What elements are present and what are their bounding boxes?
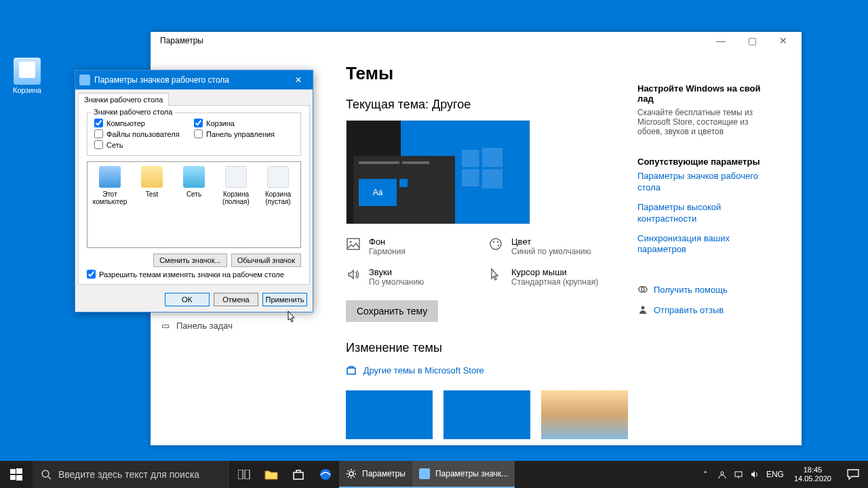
svg-point-7 <box>493 241 494 243</box>
cancel-button[interactable]: Отмена <box>214 293 258 306</box>
svg-rect-20 <box>245 470 250 479</box>
recycle-bin-empty-icon <box>267 166 289 188</box>
icon-user-folder[interactable]: Test <box>132 166 172 198</box>
fieldset-legend: Значки рабочего стола <box>92 108 174 116</box>
icon-bin-empty[interactable]: Корзина (пустая) <box>258 166 298 205</box>
dialog-icon <box>79 75 90 85</box>
checkbox-user-files[interactable]: Файлы пользователя <box>94 129 194 138</box>
sidebar-item-taskbar[interactable]: ▭ Панель задач <box>151 321 342 331</box>
store-icon <box>292 468 304 481</box>
theme-prop-cursor[interactable]: Курсор мышиСтандартная (крупная) <box>488 267 631 287</box>
store-icon <box>346 365 357 375</box>
dialog-titlebar[interactable]: Параметры значков рабочего стола ✕ <box>75 70 313 89</box>
svg-rect-4 <box>347 239 359 249</box>
theme-thumb-1[interactable] <box>346 390 433 439</box>
theme-prop-background[interactable]: ФонГармония <box>346 237 488 256</box>
page-title: Темы <box>346 63 637 84</box>
theme-prop-sounds[interactable]: ЗвукиПо умолчанию <box>346 267 488 287</box>
get-help-link[interactable]: Получить помощь <box>637 284 770 295</box>
send-feedback-link[interactable]: Отправить отзыв <box>637 304 770 315</box>
theme-thumbnails <box>346 390 637 439</box>
icon-preview-list[interactable]: Этот компьютер Test Сеть Корзина (полная… <box>87 161 301 248</box>
taskbar-store[interactable] <box>285 461 312 488</box>
taskbar-explorer[interactable] <box>258 461 285 488</box>
maximize-button[interactable]: ▢ <box>736 32 768 49</box>
taskbar-app-icon-settings[interactable]: Параметры значк... <box>412 461 515 488</box>
dialog-tabs: Значки рабочего стола <box>75 89 313 105</box>
theme-preview[interactable]: Aa <box>346 120 530 224</box>
dialog-title: Параметры значков рабочего стола <box>94 75 229 85</box>
tray-language[interactable]: ENG <box>763 461 787 488</box>
link-high-contrast[interactable]: Параметры высокой контрастности <box>637 202 770 225</box>
customize-text: Скачайте бесплатные темы из Microsoft St… <box>637 108 770 136</box>
tray-people-icon[interactable] <box>714 461 730 488</box>
svg-point-8 <box>497 241 498 243</box>
checkbox-recycle-bin[interactable]: Корзина <box>194 119 294 127</box>
start-button[interactable] <box>0 461 33 488</box>
cursor-icon <box>488 267 503 282</box>
svg-rect-24 <box>735 472 742 476</box>
tray-chevron-up-icon[interactable]: ˄ <box>698 461 714 488</box>
svg-rect-19 <box>238 470 243 479</box>
svg-point-6 <box>490 239 501 249</box>
desktop-recycle-bin[interactable]: Корзина <box>7 58 47 94</box>
palette-icon <box>488 237 503 251</box>
theme-prop-color[interactable]: ЦветСиний по умолчанию <box>488 237 631 256</box>
tray-notifications[interactable] <box>838 461 868 488</box>
desktop-icons-fieldset: Значки рабочего стола Компьютер Корзина … <box>87 113 301 156</box>
taskbar-app-settings[interactable]: Параметры <box>339 461 412 488</box>
settings-title: Параметры <box>160 36 203 45</box>
default-icon-button[interactable]: Обычный значок <box>231 253 301 267</box>
checkbox-control-panel[interactable]: Панель управления <box>194 129 294 138</box>
svg-rect-1 <box>482 148 502 167</box>
taskbar-icon: ▭ <box>161 321 170 331</box>
recycle-bin-icon <box>14 58 41 85</box>
svg-line-18 <box>48 476 51 479</box>
link-sync-settings[interactable]: Синхронизация ваших параметров <box>637 233 770 256</box>
dialog-app-icon <box>419 468 430 479</box>
ok-button[interactable]: OK <box>165 293 210 306</box>
gear-icon <box>346 468 357 479</box>
icon-network[interactable]: Сеть <box>174 166 214 198</box>
link-desktop-icons[interactable]: Параметры значков рабочего стола <box>637 171 770 194</box>
svg-point-22 <box>349 472 353 476</box>
icon-bin-full[interactable]: Корзина (полная) <box>216 166 256 205</box>
svg-point-12 <box>642 306 645 310</box>
allow-themes-checkbox[interactable]: Разрешить темам изменять значки на рабоч… <box>87 270 301 279</box>
close-button[interactable]: ✕ <box>768 32 799 49</box>
svg-rect-13 <box>10 469 16 474</box>
taskbar-edge[interactable] <box>312 461 339 488</box>
svg-rect-16 <box>16 475 22 481</box>
ms-store-themes-link[interactable]: Другие темы в Microsoft Store <box>346 365 637 375</box>
search-placeholder: Введите здесь текст для поиска <box>58 469 199 480</box>
settings-titlebar[interactable]: Параметры — ▢ ✕ <box>151 32 802 49</box>
save-theme-button[interactable]: Сохранить тему <box>346 300 438 322</box>
help-icon <box>637 284 648 295</box>
customize-heading: Настройте Windows на свой лад <box>637 83 770 104</box>
tray-volume-icon[interactable] <box>747 461 763 488</box>
desktop-icon-settings-dialog: Параметры значков рабочего стола ✕ Значк… <box>75 70 313 312</box>
task-view-button[interactable] <box>231 461 258 488</box>
checkbox-computer[interactable]: Компьютер <box>94 119 194 127</box>
tray-clock[interactable]: 18:45 14.05.2020 <box>787 466 838 483</box>
network-icon <box>183 166 205 188</box>
minimize-button[interactable]: — <box>705 32 736 49</box>
svg-point-23 <box>721 472 724 474</box>
tray-network-icon[interactable] <box>730 461 747 488</box>
apply-button[interactable]: Применить <box>262 293 307 306</box>
windows-logo-icon <box>462 148 502 188</box>
recycle-bin-label: Корзина <box>7 86 47 94</box>
change-icon-button[interactable]: Сменить значок... <box>153 253 227 267</box>
svg-point-5 <box>350 241 352 243</box>
user-folder-icon <box>141 166 163 188</box>
dialog-close-button[interactable]: ✕ <box>284 70 313 89</box>
edge-icon <box>319 468 332 481</box>
icon-this-pc[interactable]: Этот компьютер <box>90 166 130 205</box>
feedback-icon <box>637 304 648 315</box>
taskbar: Введите здесь текст для поиска Параметры… <box>0 461 868 488</box>
theme-thumb-3[interactable] <box>541 390 628 439</box>
theme-thumb-2[interactable] <box>443 390 530 439</box>
tab-desktop-icons[interactable]: Значки рабочего стола <box>78 93 169 106</box>
checkbox-network[interactable]: Сеть <box>94 140 194 149</box>
taskbar-search[interactable]: Введите здесь текст для поиска <box>33 461 231 488</box>
